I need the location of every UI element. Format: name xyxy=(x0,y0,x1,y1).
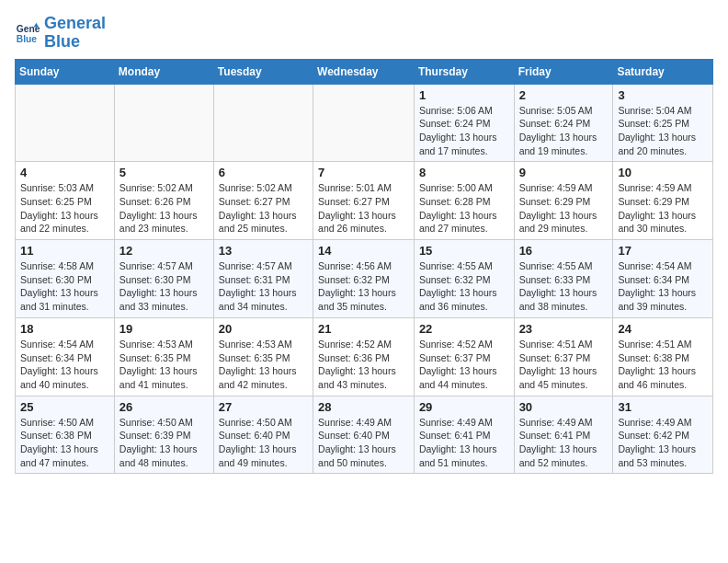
calendar-cell xyxy=(16,84,115,162)
day-detail: Sunrise: 5:06 AM Sunset: 6:24 PM Dayligh… xyxy=(419,104,509,158)
day-detail: Sunrise: 4:51 AM Sunset: 6:37 PM Dayligh… xyxy=(519,338,609,392)
day-detail: Sunrise: 4:55 AM Sunset: 6:33 PM Dayligh… xyxy=(519,259,609,314)
calendar-cell: 1Sunrise: 5:06 AM Sunset: 6:24 PM Daylig… xyxy=(414,84,514,162)
calendar-table: SundayMondayTuesdayWednesdayThursdayFrid… xyxy=(15,59,713,475)
calendar-cell: 20Sunrise: 4:53 AM Sunset: 6:35 PM Dayli… xyxy=(213,317,313,396)
logo-icon: General Blue xyxy=(15,20,40,46)
calendar-cell: 25Sunrise: 4:50 AM Sunset: 6:38 PM Dayli… xyxy=(16,396,115,474)
day-detail: Sunrise: 4:49 AM Sunset: 6:41 PM Dayligh… xyxy=(519,416,609,470)
day-detail: Sunrise: 5:00 AM Sunset: 6:28 PM Dayligh… xyxy=(419,181,509,236)
day-number: 18 xyxy=(20,322,109,336)
calendar-cell: 29Sunrise: 4:49 AM Sunset: 6:41 PM Dayli… xyxy=(414,396,514,474)
calendar-cell: 19Sunrise: 4:53 AM Sunset: 6:35 PM Dayli… xyxy=(114,317,213,396)
page-header: General Blue GeneralBlue xyxy=(15,15,713,52)
day-detail: Sunrise: 4:59 AM Sunset: 6:29 PM Dayligh… xyxy=(618,181,708,236)
day-detail: Sunrise: 4:49 AM Sunset: 6:42 PM Dayligh… xyxy=(618,416,708,470)
calendar-cell xyxy=(213,84,313,162)
day-number: 17 xyxy=(618,244,708,258)
day-number: 30 xyxy=(519,400,609,414)
day-detail: Sunrise: 4:52 AM Sunset: 6:36 PM Dayligh… xyxy=(318,338,409,392)
day-detail: Sunrise: 4:53 AM Sunset: 6:35 PM Dayligh… xyxy=(119,338,209,392)
day-detail: Sunrise: 4:57 AM Sunset: 6:30 PM Dayligh… xyxy=(119,259,209,314)
day-detail: Sunrise: 5:03 AM Sunset: 6:25 PM Dayligh… xyxy=(20,181,109,236)
day-number: 20 xyxy=(219,322,308,336)
header-row: SundayMondayTuesdayWednesdayThursdayFrid… xyxy=(16,59,713,84)
calendar-cell: 6Sunrise: 5:02 AM Sunset: 6:27 PM Daylig… xyxy=(213,162,313,240)
day-number: 7 xyxy=(318,166,409,179)
day-number: 25 xyxy=(20,400,109,414)
calendar-cell: 22Sunrise: 4:52 AM Sunset: 6:37 PM Dayli… xyxy=(414,317,514,396)
calendar-cell: 21Sunrise: 4:52 AM Sunset: 6:36 PM Dayli… xyxy=(313,317,415,396)
calendar-cell: 16Sunrise: 4:55 AM Sunset: 6:33 PM Dayli… xyxy=(514,240,613,318)
day-detail: Sunrise: 4:57 AM Sunset: 6:31 PM Dayligh… xyxy=(219,259,308,314)
day-detail: Sunrise: 5:04 AM Sunset: 6:25 PM Dayligh… xyxy=(618,104,708,158)
calendar-header: SundayMondayTuesdayWednesdayThursdayFrid… xyxy=(16,59,713,84)
calendar-cell: 17Sunrise: 4:54 AM Sunset: 6:34 PM Dayli… xyxy=(613,240,713,318)
day-number: 15 xyxy=(419,244,509,258)
day-number: 26 xyxy=(119,400,209,414)
svg-text:Blue: Blue xyxy=(17,34,38,44)
day-number: 28 xyxy=(318,400,409,414)
calendar-cell: 27Sunrise: 4:50 AM Sunset: 6:40 PM Dayli… xyxy=(213,396,313,474)
day-number: 27 xyxy=(219,400,308,414)
calendar-body: 1Sunrise: 5:06 AM Sunset: 6:24 PM Daylig… xyxy=(16,84,713,474)
day-detail: Sunrise: 5:02 AM Sunset: 6:27 PM Dayligh… xyxy=(219,181,308,236)
header-cell-saturday: Saturday xyxy=(613,59,713,84)
day-detail: Sunrise: 5:05 AM Sunset: 6:24 PM Dayligh… xyxy=(519,104,609,158)
day-number: 6 xyxy=(219,166,308,179)
day-number: 12 xyxy=(119,244,209,258)
calendar-cell: 11Sunrise: 4:58 AM Sunset: 6:30 PM Dayli… xyxy=(16,240,115,318)
week-row-3: 11Sunrise: 4:58 AM Sunset: 6:30 PM Dayli… xyxy=(16,240,713,318)
day-number: 21 xyxy=(318,322,409,336)
week-row-5: 25Sunrise: 4:50 AM Sunset: 6:38 PM Dayli… xyxy=(16,396,713,474)
day-detail: Sunrise: 4:50 AM Sunset: 6:39 PM Dayligh… xyxy=(119,416,209,470)
header-cell-wednesday: Wednesday xyxy=(313,59,415,84)
calendar-cell: 31Sunrise: 4:49 AM Sunset: 6:42 PM Dayli… xyxy=(613,396,713,474)
calendar-cell: 23Sunrise: 4:51 AM Sunset: 6:37 PM Dayli… xyxy=(514,317,613,396)
day-number: 8 xyxy=(419,166,509,179)
day-number: 4 xyxy=(20,166,109,179)
calendar-cell: 24Sunrise: 4:51 AM Sunset: 6:38 PM Dayli… xyxy=(613,317,713,396)
calendar-cell: 26Sunrise: 4:50 AM Sunset: 6:39 PM Dayli… xyxy=(114,396,213,474)
day-number: 1 xyxy=(419,88,509,102)
day-detail: Sunrise: 4:54 AM Sunset: 6:34 PM Dayligh… xyxy=(618,259,708,314)
week-row-2: 4Sunrise: 5:03 AM Sunset: 6:25 PM Daylig… xyxy=(16,162,713,240)
calendar-cell: 18Sunrise: 4:54 AM Sunset: 6:34 PM Dayli… xyxy=(16,317,115,396)
day-number: 22 xyxy=(419,322,509,336)
day-detail: Sunrise: 4:49 AM Sunset: 6:40 PM Dayligh… xyxy=(318,416,409,470)
logo: General Blue GeneralBlue xyxy=(15,15,106,52)
calendar-cell: 28Sunrise: 4:49 AM Sunset: 6:40 PM Dayli… xyxy=(313,396,415,474)
day-detail: Sunrise: 4:51 AM Sunset: 6:38 PM Dayligh… xyxy=(618,338,708,392)
header-cell-friday: Friday xyxy=(514,59,613,84)
calendar-cell: 9Sunrise: 4:59 AM Sunset: 6:29 PM Daylig… xyxy=(514,162,613,240)
calendar-cell: 14Sunrise: 4:56 AM Sunset: 6:32 PM Dayli… xyxy=(313,240,415,318)
day-detail: Sunrise: 4:59 AM Sunset: 6:29 PM Dayligh… xyxy=(519,181,609,236)
day-number: 10 xyxy=(618,166,708,179)
calendar-cell: 3Sunrise: 5:04 AM Sunset: 6:25 PM Daylig… xyxy=(613,84,713,162)
day-number: 16 xyxy=(519,244,609,258)
calendar-cell: 5Sunrise: 5:02 AM Sunset: 6:26 PM Daylig… xyxy=(114,162,213,240)
day-detail: Sunrise: 5:01 AM Sunset: 6:27 PM Dayligh… xyxy=(318,181,409,236)
calendar-cell: 7Sunrise: 5:01 AM Sunset: 6:27 PM Daylig… xyxy=(313,162,415,240)
day-detail: Sunrise: 4:56 AM Sunset: 6:32 PM Dayligh… xyxy=(318,259,409,314)
calendar-cell xyxy=(114,84,213,162)
day-number: 13 xyxy=(219,244,308,258)
day-number: 31 xyxy=(618,400,708,414)
day-number: 24 xyxy=(618,322,708,336)
calendar-cell: 10Sunrise: 4:59 AM Sunset: 6:29 PM Dayli… xyxy=(613,162,713,240)
day-number: 11 xyxy=(20,244,109,258)
day-detail: Sunrise: 4:58 AM Sunset: 6:30 PM Dayligh… xyxy=(20,259,109,314)
calendar-cell: 30Sunrise: 4:49 AM Sunset: 6:41 PM Dayli… xyxy=(514,396,613,474)
day-number: 9 xyxy=(519,166,609,179)
day-detail: Sunrise: 4:55 AM Sunset: 6:32 PM Dayligh… xyxy=(419,259,509,314)
day-number: 29 xyxy=(419,400,509,414)
calendar-cell: 8Sunrise: 5:00 AM Sunset: 6:28 PM Daylig… xyxy=(414,162,514,240)
day-detail: Sunrise: 4:49 AM Sunset: 6:41 PM Dayligh… xyxy=(419,416,509,470)
day-number: 2 xyxy=(519,88,609,102)
day-number: 23 xyxy=(519,322,609,336)
day-detail: Sunrise: 4:50 AM Sunset: 6:38 PM Dayligh… xyxy=(20,416,109,470)
week-row-1: 1Sunrise: 5:06 AM Sunset: 6:24 PM Daylig… xyxy=(16,84,713,162)
calendar-cell: 2Sunrise: 5:05 AM Sunset: 6:24 PM Daylig… xyxy=(514,84,613,162)
day-detail: Sunrise: 4:54 AM Sunset: 6:34 PM Dayligh… xyxy=(20,338,109,392)
day-number: 19 xyxy=(119,322,209,336)
